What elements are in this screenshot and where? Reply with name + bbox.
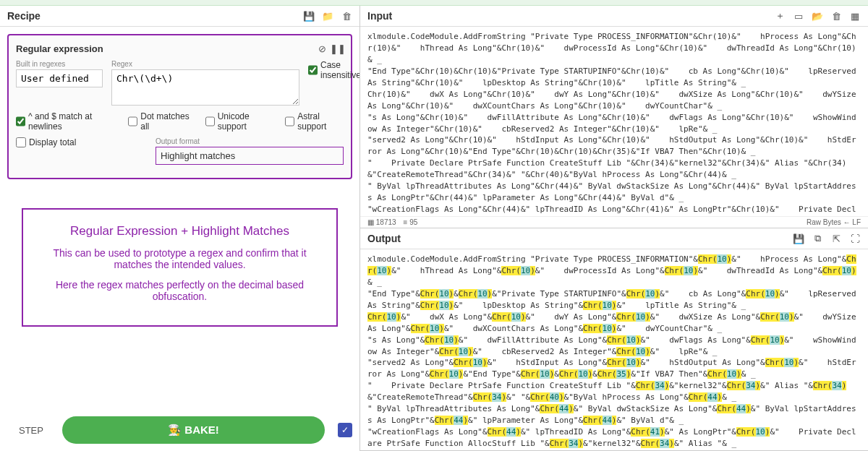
annotation-text2: Here the regex matches perfectly on the … xyxy=(38,279,322,302)
auto-bake-toggle[interactable]: ✓ xyxy=(338,423,352,437)
open-file-icon[interactable]: 📂 xyxy=(812,10,823,22)
clear-input-icon[interactable]: 🗑 xyxy=(830,10,842,22)
input-char-count: ▦ 18713 xyxy=(367,218,396,226)
trash-icon[interactable]: 🗑 xyxy=(341,10,352,22)
disable-icon[interactable]: ⊘ xyxy=(316,43,328,54)
operation-name: Regular expression xyxy=(16,43,103,54)
builtin-select[interactable] xyxy=(16,69,103,87)
recipe-title: Recipe xyxy=(7,10,41,22)
add-input-icon[interactable]: ＋ xyxy=(774,10,786,22)
output-section: Output 💾 ⧉ ⇱ ⛶ xlmodule.CodeModule.AddFr… xyxy=(360,228,868,451)
reset-layout-icon[interactable]: ▦ xyxy=(849,10,861,22)
save-output-icon[interactable]: 💾 xyxy=(793,233,804,244)
display-total-checkbox[interactable]: Display total xyxy=(16,137,76,147)
move-output-icon[interactable]: ⇱ xyxy=(830,233,842,244)
regex-label: Regex xyxy=(111,60,299,68)
regex-input[interactable] xyxy=(111,69,299,106)
astral-checkbox[interactable]: Astral support xyxy=(285,111,344,132)
input-section: Input ＋ ▭ 📂 🗑 ▦ xlmodule.CodeModule.AddF… xyxy=(360,6,868,228)
unicode-checkbox[interactable]: Unicode support xyxy=(205,111,273,132)
input-textarea[interactable]: xlmodule.CodeModule.AddFromString "Priva… xyxy=(360,27,868,216)
bake-button[interactable]: 👨‍🍳 BAKE! xyxy=(62,416,325,444)
save-icon[interactable]: 💾 xyxy=(303,10,315,22)
top-banner xyxy=(0,0,868,6)
open-folder-icon[interactable]: ▭ xyxy=(793,10,804,22)
regex-operation: Regular expression ⊘ ❚❚ Built in regexes… xyxy=(7,34,352,179)
annotation-text1: This can be used to prototype a regex an… xyxy=(38,247,322,270)
input-line-count: ≡ 95 xyxy=(404,218,418,226)
annotation-box: Regular Expression + Highlight Matches T… xyxy=(22,208,338,327)
folder-icon[interactable]: 📁 xyxy=(322,10,333,22)
input-encoding[interactable]: Raw Bytes ← LF xyxy=(807,218,861,226)
maximize-output-icon[interactable]: ⛶ xyxy=(849,233,861,244)
output-format-label: Output format xyxy=(156,137,344,145)
step-button[interactable]: STEP xyxy=(7,419,55,442)
case-insensitive-checkbox[interactable]: Case insensitive xyxy=(308,60,359,80)
input-title: Input xyxy=(367,10,392,22)
pause-icon[interactable]: ❚❚ xyxy=(332,43,344,54)
copy-output-icon[interactable]: ⧉ xyxy=(812,233,823,244)
output-content: xlmodule.CodeModule.AddFromString "Priva… xyxy=(360,249,868,450)
output-format-select[interactable]: Highlight matches xyxy=(156,147,344,165)
dotall-checkbox[interactable]: Dot matches all xyxy=(128,111,192,132)
annotation-title: Regular Expression + Highlight Matches xyxy=(38,224,322,239)
builtin-label: Built in regexes xyxy=(16,60,103,68)
chef-icon: 👨‍🍳 xyxy=(168,424,182,436)
newlines-checkbox[interactable]: ^ and $ match at newlines xyxy=(16,111,115,132)
output-title: Output xyxy=(367,233,401,244)
recipe-panel: Recipe 💾 📁 🗑 Regular expression ⊘ ❚❚ xyxy=(0,6,360,451)
input-status-bar: ▦ 18713 ≡ 95 Raw Bytes ← LF xyxy=(360,216,868,228)
